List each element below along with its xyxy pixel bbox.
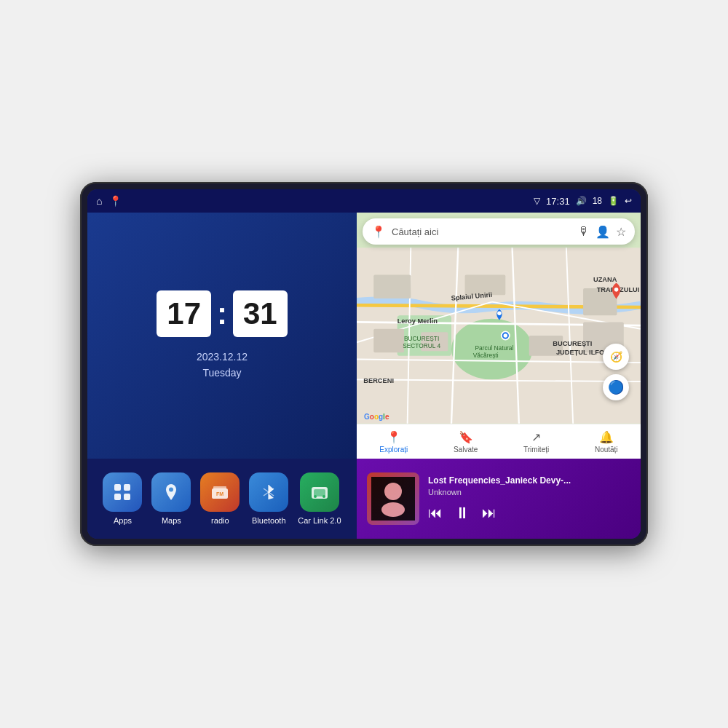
next-button[interactable]: ⏭	[482, 505, 496, 521]
maps-label: Maps	[162, 516, 181, 525]
music-player: Lost Frequencies_Janieck Devy-... Unknow…	[357, 459, 641, 539]
play-pause-button[interactable]: ⏸	[454, 504, 470, 523]
prev-button[interactable]: ⏮	[428, 505, 443, 521]
map-nav-news[interactable]: 🔔 Noutăți	[595, 430, 618, 454]
svg-text:Văcărești: Văcărești	[473, 352, 499, 359]
explore-icon: 📍	[387, 430, 401, 444]
battery-icon: 🔋	[608, 196, 619, 206]
clock-minutes: 31	[233, 290, 288, 337]
radio-icon[interactable]: FM	[200, 472, 240, 512]
svg-text:Leroy Merlin: Leroy Merlin	[397, 317, 438, 325]
news-label: Noutăți	[595, 446, 618, 454]
clock-date: 2023.12.12 Tuesday	[197, 349, 248, 381]
radio-label: radio	[211, 516, 229, 525]
app-maps[interactable]: Maps	[151, 472, 191, 525]
app-bluetooth[interactable]: Bluetooth	[249, 472, 288, 525]
carlink-icon[interactable]	[300, 472, 339, 512]
svg-point-4	[169, 488, 173, 492]
svg-rect-3	[124, 494, 130, 500]
map-area[interactable]: BUCUREȘTI JUDEȚUL ILFOV TRAPEZULUI BERCE…	[357, 213, 641, 459]
map-nav-explore[interactable]: 📍 Explorați	[379, 430, 408, 454]
bluetooth-label: Bluetooth	[252, 516, 285, 525]
carlink-label: Car Link 2.0	[298, 516, 341, 525]
svg-rect-2	[114, 494, 121, 500]
svg-rect-1	[124, 484, 130, 491]
svg-text:JUDEȚUL ILFOV: JUDEȚUL ILFOV	[556, 349, 609, 356]
svg-point-46	[497, 312, 502, 316]
music-controls: ⏮ ⏸ ⏭	[428, 504, 630, 523]
google-logo: Google	[364, 413, 389, 421]
svg-text:SECTORUL 4: SECTORUL 4	[403, 342, 440, 349]
bluetooth-icon[interactable]	[249, 472, 288, 512]
signal-icon: ▽	[534, 196, 540, 206]
location-button[interactable]: 🔵	[603, 374, 629, 400]
map-pin-icon: 📍	[371, 225, 386, 239]
svg-rect-30	[373, 274, 411, 298]
svg-text:BUCUREȘTI: BUCUREȘTI	[553, 340, 592, 347]
svg-text:UZANA: UZANA	[593, 276, 617, 283]
clock-hours: 17	[157, 290, 211, 337]
home-icon[interactable]: ⌂	[96, 195, 102, 207]
saved-label: Salvate	[454, 446, 478, 454]
svg-point-10	[314, 495, 317, 498]
share-label: Trimiteți	[523, 446, 549, 454]
music-artist: Unknown	[428, 488, 630, 496]
status-bar: ⌂ 📍 ▽ 17:31 🔊 18 🔋 ↩	[87, 189, 641, 213]
map-controls: 🎙 👤 ☆	[578, 225, 626, 239]
search-text: Căutați aici	[392, 226, 572, 237]
svg-point-44	[504, 333, 508, 338]
apps-label: Apps	[114, 516, 132, 525]
svg-rect-0	[114, 484, 121, 491]
svg-point-11	[323, 495, 325, 498]
app-apps[interactable]: Apps	[103, 472, 142, 525]
maps-pin-icon[interactable]: 📍	[109, 195, 122, 207]
share-icon: ↗	[531, 430, 541, 444]
bookmark-icon: 🔖	[459, 430, 473, 444]
music-title: Lost Frequencies_Janieck Devy-...	[428, 475, 630, 486]
volume-icon: 🔊	[576, 196, 587, 206]
star-icon[interactable]: ☆	[616, 225, 626, 239]
clock-widget: 17 : 31 2023.12.12 Tuesday	[87, 213, 357, 459]
svg-rect-25	[373, 329, 404, 353]
back-icon[interactable]: ↩	[625, 196, 632, 206]
compass-button[interactable]: 🧭	[603, 344, 629, 370]
album-art	[367, 472, 419, 525]
apps-icon[interactable]	[103, 472, 142, 512]
main-content: 17 : 31 2023.12.12 Tuesday	[87, 213, 641, 539]
explore-label: Explorați	[379, 446, 408, 454]
map-nav-bar: 📍 Explorați 🔖 Salvate ↗ Trimiteți 🔔	[357, 424, 641, 459]
left-panel: 17 : 31 2023.12.12 Tuesday	[87, 213, 357, 539]
app-radio[interactable]: FM radio	[200, 472, 240, 525]
svg-rect-6	[213, 486, 226, 489]
music-info: Lost Frequencies_Janieck Devy-... Unknow…	[428, 475, 630, 523]
device-screen: ⌂ 📍 ▽ 17:31 🔊 18 🔋 ↩ 17 :	[87, 189, 641, 539]
volume-level: 18	[593, 196, 602, 206]
svg-text:FM: FM	[216, 491, 223, 496]
svg-text:BERCENI: BERCENI	[363, 377, 394, 384]
clock-display: 17 : 31	[157, 290, 287, 337]
mic-icon[interactable]: 🎙	[578, 225, 590, 239]
account-icon[interactable]: 👤	[596, 225, 610, 239]
map-search-bar[interactable]: 📍 Căutați aici 🎙 👤 ☆	[363, 218, 635, 245]
status-time: 17:31	[546, 196, 570, 207]
device-frame: ⌂ 📍 ▽ 17:31 🔊 18 🔋 ↩ 17 :	[80, 182, 648, 546]
svg-rect-50	[371, 477, 415, 521]
map-nav-share[interactable]: ↗ Trimiteți	[523, 430, 549, 454]
app-bar: Apps Maps	[87, 459, 357, 539]
news-icon: 🔔	[599, 430, 614, 444]
right-panel: BUCUREȘTI JUDEȚUL ILFOV TRAPEZULUI BERCE…	[357, 213, 641, 539]
clock-colon: :	[217, 296, 227, 331]
maps-icon[interactable]	[151, 472, 191, 512]
svg-point-45	[614, 288, 619, 292]
map-nav-saved[interactable]: 🔖 Salvate	[454, 430, 478, 454]
app-carlink[interactable]: Car Link 2.0	[298, 472, 341, 525]
